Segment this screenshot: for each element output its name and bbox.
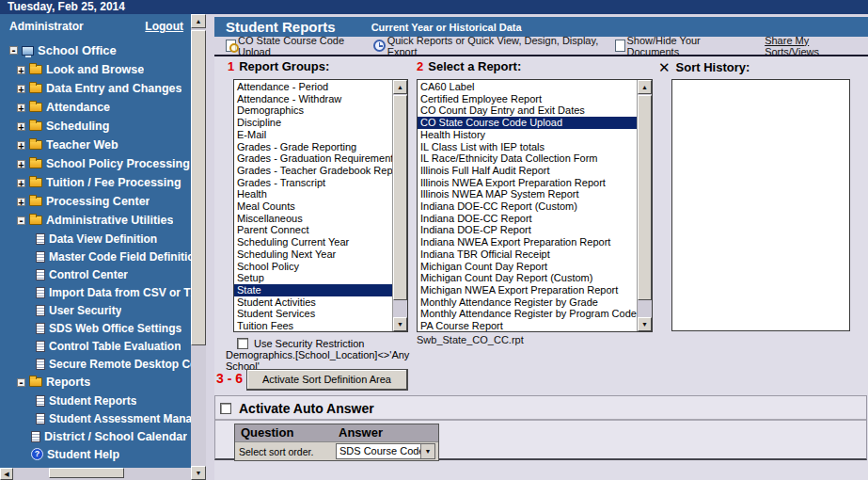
report-option[interactable]: Monthly Attendance Register by Grade — [418, 296, 637, 309]
report-option[interactable]: Michigan NWEA Export Preparation Report — [418, 284, 637, 296]
report-option-selected[interactable]: CO State Course Code Upload — [418, 117, 637, 129]
scroll-down-icon[interactable]: ▼ — [638, 317, 652, 331]
report-group-option[interactable]: Parent Connect — [234, 224, 392, 236]
report-group-option[interactable]: School Policy — [234, 261, 392, 273]
expand-icon[interactable]: + — [17, 122, 25, 131]
sidebar-item-control-center[interactable]: Control Center — [0, 265, 191, 283]
sidebar-item-administrative-utilities[interactable]: -Administrative Utilities — [0, 211, 191, 230]
report-option[interactable]: Indiana NWEA Export Preparation Report — [418, 236, 637, 248]
sidebar-item-district-school-calendar[interactable]: District / School Calendar — [0, 427, 191, 445]
sidebar-item-attendance[interactable]: +Attendance — [0, 98, 191, 117]
sidebar-item-sds-web-office-settings[interactable]: SDS Web Office Settings — [0, 319, 191, 337]
scroll-thumb[interactable] — [638, 95, 652, 300]
sidebar-vertical-scrollbar[interactable]: ▲ ▼ — [191, 14, 206, 480]
scroll-down-icon[interactable]: ▼ — [393, 317, 407, 331]
report-option[interactable]: IL Race/Ethnicity Data Collection Form — [418, 152, 637, 165]
sidebar-item-student-help[interactable]: Student Help — [0, 445, 191, 463]
report-group-option[interactable]: Grades - Transcript — [234, 177, 392, 189]
scroll-thumb[interactable] — [191, 30, 206, 345]
sidebar-item-student-assessment-manag[interactable]: Student Assessment Manag — [0, 409, 191, 427]
expand-icon[interactable]: + — [17, 85, 25, 93]
report-group-option[interactable]: Setup — [234, 272, 392, 284]
report-groups-scrollbar[interactable]: ▲ ▼ — [392, 80, 407, 331]
report-group-option[interactable]: Attendance - Withdraw — [234, 93, 392, 105]
report-option[interactable]: CA60 Label — [418, 81, 637, 93]
showhide-documents-action[interactable]: Show/Hide Your Documents — [627, 35, 747, 57]
activate-sort-definition-button[interactable]: Activate Sort Definition Area — [246, 369, 408, 391]
chevron-down-icon[interactable]: ▼ — [420, 444, 434, 458]
sort-history-listbox[interactable] — [671, 79, 850, 331]
upload-action[interactable]: CO State Course Code Upload — [238, 35, 370, 57]
report-group-option[interactable]: Scheduling Next Year — [234, 248, 392, 261]
report-group-option[interactable]: Grades - Grade Reporting — [234, 141, 392, 153]
sidebar-item-school-policy-processing[interactable]: +School Policy Processing — [0, 154, 191, 173]
clear-sort-history-icon[interactable]: ✕ — [658, 59, 671, 75]
report-option[interactable]: Indiana DOE-CP Report — [418, 224, 637, 236]
activate-auto-answer-checkbox[interactable] — [220, 403, 231, 414]
expand-icon[interactable]: + — [17, 179, 25, 187]
sidebar-item-scheduling[interactable]: +Scheduling — [0, 117, 191, 136]
report-option[interactable]: Michigan Count Day Report — [418, 261, 637, 273]
report-group-option[interactable]: Grades - Graduation Requirements — [234, 152, 392, 165]
expand-icon[interactable]: + — [17, 160, 25, 168]
report-option[interactable]: Certified Employee Report — [418, 93, 637, 105]
select-report-scrollbar[interactable]: ▲ ▼ — [637, 80, 652, 331]
sidebar-item-school-office[interactable]: -School Office — [0, 40, 191, 60]
share-sorts-link[interactable]: Share My Sorts/Views — [765, 35, 859, 57]
report-group-option[interactable]: E-Mail — [234, 129, 392, 141]
report-group-option[interactable]: Attendance - Period — [234, 81, 392, 93]
report-option[interactable]: Illinois NWEA MAP System Report — [418, 188, 637, 200]
collapse-icon[interactable]: - — [17, 378, 25, 387]
expand-icon[interactable]: + — [17, 104, 25, 112]
sidebar-item-master-code-field-definition[interactable]: Master Code Field Definition — [0, 248, 191, 265]
report-group-option[interactable]: Scheduling Current Year — [234, 236, 392, 248]
sidebar-item-teacher-web[interactable]: +Teacher Web — [0, 136, 191, 154]
sidebar-item-look-and-browse[interactable]: +Look and Browse — [0, 60, 191, 79]
report-option[interactable]: Michigan Count Day Report (Custom) — [418, 272, 637, 284]
report-option[interactable]: Indiana TBR Official Receipt — [418, 248, 637, 261]
report-option[interactable]: Indiana DOE-CC Report (Custom) — [418, 200, 637, 213]
report-group-option[interactable]: Grades - Teacher Gradebook Report — [234, 165, 392, 177]
report-group-option[interactable]: Student Activities — [234, 296, 392, 309]
sidebar-item-processing-center[interactable]: +Processing Center — [0, 192, 191, 211]
report-option[interactable]: Health History — [418, 129, 637, 141]
report-option[interactable]: PA Course Report — [418, 320, 637, 331]
sidebar-item-reports[interactable]: -Reports — [0, 373, 191, 392]
sidebar-item-user-security[interactable]: User Security — [0, 301, 191, 319]
report-option[interactable]: Monthly Attendance Register by Program C… — [418, 308, 637, 320]
sidebar-horizontal-scrollbar[interactable]: ◀ — [0, 468, 191, 480]
report-group-option[interactable]: Miscellaneous — [234, 213, 392, 225]
collapse-icon[interactable]: - — [9, 46, 18, 55]
scroll-up-icon[interactable]: ▲ — [638, 80, 652, 94]
report-group-option[interactable]: Tuition Fees — [234, 320, 392, 331]
logout-link[interactable]: Logout — [145, 20, 183, 33]
use-security-restriction-checkbox[interactable] — [237, 338, 248, 349]
report-option[interactable]: CO Count Day Entry and Exit Dates — [418, 104, 637, 117]
report-group-option[interactable]: Health — [234, 188, 392, 200]
report-option[interactable]: Indiana DOE-CC Report — [418, 213, 637, 225]
sidebar-item-control-table-evaluation[interactable]: Control Table Evaluation — [0, 337, 191, 355]
report-option[interactable]: Illinois NWEA Export Preparation Report — [418, 177, 637, 189]
report-option[interactable]: IL Class List with IEP totals — [418, 141, 637, 153]
sidebar-item-data-entry-and-changes[interactable]: +Data Entry and Changes — [0, 79, 191, 98]
report-group-option[interactable]: Demographics — [234, 104, 392, 117]
report-group-option[interactable]: Student Services — [234, 308, 392, 320]
sidebar-item-data-view-definition[interactable]: Data View Definition — [0, 230, 191, 248]
scroll-thumb[interactable] — [393, 95, 407, 300]
scroll-thumb[interactable] — [49, 468, 124, 478]
sidebar-item-tuition-fee-processing[interactable]: +Tuition / Fee Processing — [0, 173, 191, 192]
scroll-up-icon[interactable]: ▲ — [191, 14, 206, 28]
expand-icon[interactable]: + — [17, 66, 25, 74]
report-group-option[interactable]: Discipline — [234, 117, 392, 129]
report-option[interactable]: Illinois Full Half Audit Report — [418, 165, 637, 177]
scroll-down-icon[interactable]: ▼ — [191, 466, 206, 480]
expand-icon[interactable]: + — [17, 198, 25, 206]
report-groups-listbox[interactable]: Attendance - PeriodAttendance - Withdraw… — [233, 79, 408, 332]
scroll-left-icon[interactable]: ◀ — [0, 468, 13, 480]
sidebar-item-import-data-from-csv-or-txt[interactable]: Import Data from CSV or TXT — [0, 283, 191, 301]
collapse-icon[interactable]: - — [17, 216, 25, 225]
expand-icon[interactable]: + — [17, 141, 25, 150]
sidebar-item-secure-remote-desktop-con[interactable]: Secure Remote Desktop Con — [0, 355, 191, 373]
select-report-listbox[interactable]: CA60 LabelCertified Employee ReportCO Co… — [417, 79, 653, 332]
sort-order-select[interactable]: SDS Course Code ▼ — [336, 443, 435, 459]
